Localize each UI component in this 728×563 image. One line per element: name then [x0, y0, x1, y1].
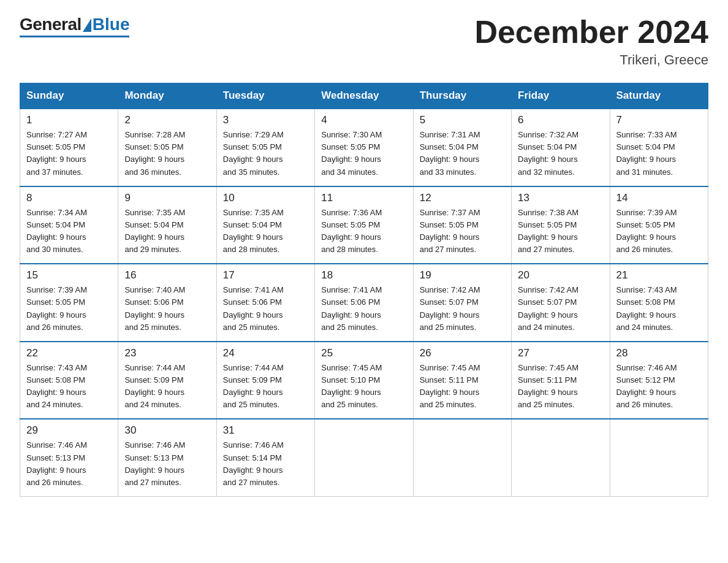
- day-info: Sunrise: 7:35 AMSunset: 5:04 PMDaylight:…: [124, 207, 210, 256]
- weekday-header-friday: Friday: [512, 83, 610, 109]
- day-number: 12: [420, 192, 505, 204]
- calendar-day-cell: [413, 419, 511, 496]
- day-number: 28: [616, 347, 702, 359]
- calendar-header: SundayMondayTuesdayWednesdayThursdayFrid…: [20, 83, 708, 109]
- day-number: 13: [518, 192, 603, 204]
- day-number: 23: [124, 347, 210, 359]
- weekday-header-wednesday: Wednesday: [315, 83, 413, 109]
- weekday-header-saturday: Saturday: [610, 83, 708, 109]
- page-header: General Blue December 2024 Trikeri, Gree…: [20, 15, 708, 68]
- logo-triangle-icon: [83, 18, 91, 32]
- calendar-day-cell: 20Sunrise: 7:42 AMSunset: 5:07 PMDayligh…: [512, 264, 610, 342]
- day-info: Sunrise: 7:36 AMSunset: 5:05 PMDaylight:…: [321, 207, 406, 256]
- day-number: 3: [223, 114, 308, 126]
- day-info: Sunrise: 7:45 AMSunset: 5:11 PMDaylight:…: [518, 362, 603, 412]
- day-number: 14: [616, 192, 702, 204]
- day-info: Sunrise: 7:35 AMSunset: 5:04 PMDaylight:…: [223, 207, 308, 256]
- month-title: December 2024: [474, 15, 708, 50]
- day-info: Sunrise: 7:46 AMSunset: 5:13 PMDaylight:…: [124, 439, 210, 489]
- calendar-day-cell: 25Sunrise: 7:45 AMSunset: 5:10 PMDayligh…: [315, 342, 413, 419]
- calendar-day-cell: 21Sunrise: 7:43 AMSunset: 5:08 PMDayligh…: [610, 264, 708, 342]
- logo: General Blue: [20, 15, 129, 37]
- day-number: 21: [616, 269, 702, 282]
- calendar-day-cell: 24Sunrise: 7:44 AMSunset: 5:09 PMDayligh…: [216, 342, 314, 419]
- day-number: 2: [124, 114, 210, 126]
- calendar-day-cell: 27Sunrise: 7:45 AMSunset: 5:11 PMDayligh…: [512, 342, 610, 419]
- day-number: 7: [616, 114, 702, 126]
- day-number: 29: [26, 424, 112, 437]
- day-number: 9: [124, 192, 210, 204]
- day-info: Sunrise: 7:37 AMSunset: 5:05 PMDaylight:…: [420, 207, 505, 256]
- day-info: Sunrise: 7:30 AMSunset: 5:05 PMDaylight:…: [321, 129, 406, 178]
- calendar-day-cell: 22Sunrise: 7:43 AMSunset: 5:08 PMDayligh…: [20, 342, 118, 419]
- day-number: 24: [223, 347, 308, 359]
- calendar-day-cell: 28Sunrise: 7:46 AMSunset: 5:12 PMDayligh…: [610, 342, 708, 419]
- weekday-header-tuesday: Tuesday: [216, 83, 314, 109]
- day-info: Sunrise: 7:39 AMSunset: 5:05 PMDaylight:…: [26, 284, 112, 334]
- calendar-day-cell: 26Sunrise: 7:45 AMSunset: 5:11 PMDayligh…: [413, 342, 511, 419]
- day-info: Sunrise: 7:29 AMSunset: 5:05 PMDaylight:…: [223, 129, 308, 178]
- day-number: 1: [26, 114, 112, 126]
- day-number: 26: [420, 347, 505, 359]
- day-number: 8: [26, 192, 112, 204]
- calendar-body: 1Sunrise: 7:27 AMSunset: 5:05 PMDaylight…: [20, 109, 708, 496]
- calendar-day-cell: 15Sunrise: 7:39 AMSunset: 5:05 PMDayligh…: [20, 264, 118, 342]
- logo-blue-text: Blue: [93, 15, 130, 34]
- day-number: 17: [223, 269, 308, 282]
- day-info: Sunrise: 7:40 AMSunset: 5:06 PMDaylight:…: [124, 284, 210, 334]
- calendar-week-row: 8Sunrise: 7:34 AMSunset: 5:04 PMDaylight…: [20, 186, 708, 264]
- day-info: Sunrise: 7:28 AMSunset: 5:05 PMDaylight:…: [124, 129, 210, 178]
- calendar-day-cell: 17Sunrise: 7:41 AMSunset: 5:06 PMDayligh…: [216, 264, 314, 342]
- calendar-day-cell: [512, 419, 610, 496]
- day-info: Sunrise: 7:43 AMSunset: 5:08 PMDaylight:…: [616, 284, 702, 334]
- location-title: Trikeri, Greece: [474, 52, 708, 68]
- day-info: Sunrise: 7:31 AMSunset: 5:04 PMDaylight:…: [420, 129, 505, 178]
- day-info: Sunrise: 7:32 AMSunset: 5:04 PMDaylight:…: [518, 129, 603, 178]
- calendar-day-cell: 19Sunrise: 7:42 AMSunset: 5:07 PMDayligh…: [413, 264, 511, 342]
- day-number: 19: [420, 269, 505, 282]
- calendar-week-row: 15Sunrise: 7:39 AMSunset: 5:05 PMDayligh…: [20, 264, 708, 342]
- calendar-day-cell: 3Sunrise: 7:29 AMSunset: 5:05 PMDaylight…: [216, 109, 314, 186]
- day-number: 20: [518, 269, 603, 282]
- day-number: 27: [518, 347, 603, 359]
- calendar-day-cell: 9Sunrise: 7:35 AMSunset: 5:04 PMDaylight…: [118, 186, 216, 264]
- weekday-header-monday: Monday: [118, 83, 216, 109]
- calendar-day-cell: 16Sunrise: 7:40 AMSunset: 5:06 PMDayligh…: [118, 264, 216, 342]
- calendar-day-cell: 10Sunrise: 7:35 AMSunset: 5:04 PMDayligh…: [216, 186, 314, 264]
- calendar-week-row: 29Sunrise: 7:46 AMSunset: 5:13 PMDayligh…: [20, 419, 708, 496]
- logo-underline: [20, 36, 129, 37]
- day-info: Sunrise: 7:46 AMSunset: 5:14 PMDaylight:…: [223, 439, 308, 489]
- weekday-header-row: SundayMondayTuesdayWednesdayThursdayFrid…: [20, 83, 708, 109]
- calendar-day-cell: 2Sunrise: 7:28 AMSunset: 5:05 PMDaylight…: [118, 109, 216, 186]
- day-number: 4: [321, 114, 406, 126]
- day-number: 16: [124, 269, 210, 282]
- day-number: 15: [26, 269, 112, 282]
- weekday-header-sunday: Sunday: [20, 83, 118, 109]
- day-info: Sunrise: 7:33 AMSunset: 5:04 PMDaylight:…: [616, 129, 702, 178]
- day-info: Sunrise: 7:46 AMSunset: 5:12 PMDaylight:…: [616, 362, 702, 412]
- day-number: 25: [321, 347, 406, 359]
- calendar-day-cell: [315, 419, 413, 496]
- day-number: 30: [124, 424, 210, 437]
- day-info: Sunrise: 7:45 AMSunset: 5:10 PMDaylight:…: [321, 362, 406, 412]
- calendar-day-cell: 11Sunrise: 7:36 AMSunset: 5:05 PMDayligh…: [315, 186, 413, 264]
- calendar-day-cell: 14Sunrise: 7:39 AMSunset: 5:05 PMDayligh…: [610, 186, 708, 264]
- day-number: 11: [321, 192, 406, 204]
- day-number: 10: [223, 192, 308, 204]
- calendar-day-cell: 7Sunrise: 7:33 AMSunset: 5:04 PMDaylight…: [610, 109, 708, 186]
- calendar-day-cell: 5Sunrise: 7:31 AMSunset: 5:04 PMDaylight…: [413, 109, 511, 186]
- logo-general-text: General: [20, 15, 82, 34]
- day-info: Sunrise: 7:43 AMSunset: 5:08 PMDaylight:…: [26, 362, 112, 412]
- day-info: Sunrise: 7:41 AMSunset: 5:06 PMDaylight:…: [321, 284, 406, 334]
- day-number: 18: [321, 269, 406, 282]
- day-info: Sunrise: 7:27 AMSunset: 5:05 PMDaylight:…: [26, 129, 112, 178]
- calendar-week-row: 22Sunrise: 7:43 AMSunset: 5:08 PMDayligh…: [20, 342, 708, 419]
- calendar-day-cell: 12Sunrise: 7:37 AMSunset: 5:05 PMDayligh…: [413, 186, 511, 264]
- weekday-header-thursday: Thursday: [413, 83, 511, 109]
- calendar-day-cell: 29Sunrise: 7:46 AMSunset: 5:13 PMDayligh…: [20, 419, 118, 496]
- title-block: December 2024 Trikeri, Greece: [474, 15, 708, 68]
- calendar-day-cell: 18Sunrise: 7:41 AMSunset: 5:06 PMDayligh…: [315, 264, 413, 342]
- day-number: 6: [518, 114, 603, 126]
- calendar-day-cell: 8Sunrise: 7:34 AMSunset: 5:04 PMDaylight…: [20, 186, 118, 264]
- calendar-day-cell: 6Sunrise: 7:32 AMSunset: 5:04 PMDaylight…: [512, 109, 610, 186]
